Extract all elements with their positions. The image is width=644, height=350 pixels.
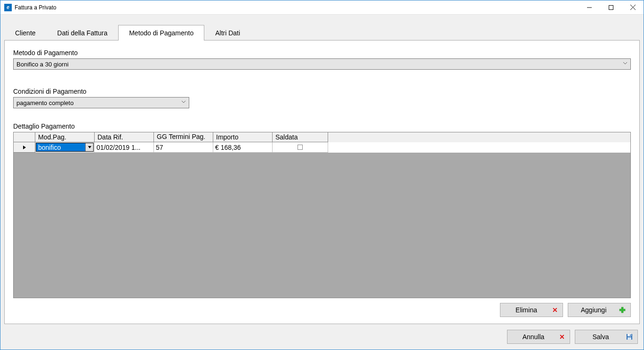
grid-actions: Elimina ✕ Aggiungi (13, 303, 631, 317)
cell-importo[interactable]: € 168,36 (213, 142, 273, 153)
elimina-button[interactable]: Elimina ✕ (500, 303, 563, 317)
close-button[interactable] (622, 0, 644, 15)
tabs: Cliente Dati della Fattura Metodo di Pag… (4, 25, 640, 41)
table-row[interactable]: bonifico 01/02/2019 1... 57 € 168,36 (14, 142, 630, 153)
maximize-button[interactable] (600, 0, 622, 15)
mod-pag-combo[interactable]: bonifico (36, 143, 94, 152)
payment-method-label: Metodo di Pagamento (13, 49, 631, 57)
payment-conditions-select[interactable]: pagamento completo (13, 97, 189, 108)
tab-metodo-pagamento[interactable]: Metodo di Pagamento (118, 25, 204, 41)
tab-cliente[interactable]: Cliente (4, 25, 47, 41)
plus-icon (619, 307, 626, 313)
payment-method-value: Bonifico a 30 giorni (16, 61, 69, 68)
triangle-right-icon (23, 146, 26, 149)
row-indicator[interactable] (14, 142, 35, 153)
annulla-button[interactable]: Annulla ✕ (507, 330, 570, 344)
col-saldata[interactable]: Saldata (273, 132, 328, 142)
chevron-down-icon (623, 61, 628, 65)
svg-rect-9 (628, 337, 631, 340)
col-gg-termini[interactable]: GG Termini Pag. (154, 132, 213, 142)
cell-gg-termini[interactable]: 57 (154, 142, 213, 153)
titlebar: e Fattura a Privato (0, 0, 644, 15)
payment-method-select[interactable]: Bonifico a 30 giorni (13, 58, 631, 70)
col-data-rif[interactable]: Data Rif. (95, 132, 154, 142)
tab-altri-dati[interactable]: Altri Dati (204, 25, 251, 41)
payment-conditions-label: Condizioni di Pagamento (13, 88, 631, 95)
detail-label: Dettaglio Pagamento (13, 122, 631, 130)
svg-marker-4 (88, 146, 91, 148)
col-importo[interactable]: Importo (213, 132, 273, 142)
saldata-checkbox[interactable] (298, 145, 303, 150)
cell-data-rif[interactable]: 01/02/2019 1... (95, 142, 154, 153)
aggiungi-button[interactable]: Aggiungi (568, 303, 631, 317)
app-window: e Fattura a Privato Cliente Dati della F… (0, 0, 644, 350)
client-area: Cliente Dati della Fattura Metodo di Pag… (0, 15, 644, 350)
col-mod-pag[interactable]: Mod.Pag. (35, 132, 95, 142)
minimize-button[interactable] (579, 0, 600, 15)
tab-panel: Metodo di Pagamento Bonifico a 30 giorni… (4, 40, 640, 324)
cancel-icon: ✕ (559, 333, 565, 341)
chevron-down-icon (181, 99, 186, 104)
grid-header: Mod.Pag. Data Rif. GG Termini Pag. Impor… (14, 132, 630, 142)
app-icon: e (4, 4, 12, 11)
payment-conditions-value: pagamento completo (16, 99, 73, 106)
delete-icon: ✕ (552, 306, 558, 314)
dialog-actions: Annulla ✕ Salva (4, 324, 640, 346)
grid-row-selector-header[interactable] (14, 132, 35, 142)
svg-rect-6 (620, 309, 625, 311)
cell-saldata[interactable] (273, 142, 328, 153)
salva-button[interactable]: Salva (575, 330, 638, 344)
save-icon (626, 334, 633, 340)
tab-dati-fattura[interactable]: Dati della Fattura (47, 25, 119, 41)
svg-rect-1 (609, 5, 613, 9)
chevron-down-icon[interactable] (85, 143, 93, 151)
cell-mod-pag[interactable]: bonifico (35, 142, 95, 153)
payment-detail-grid[interactable]: Mod.Pag. Data Rif. GG Termini Pag. Impor… (13, 132, 631, 298)
svg-rect-10 (630, 334, 631, 336)
mod-pag-value: bonifico (36, 144, 85, 151)
window-title: Fattura a Privato (15, 4, 56, 11)
